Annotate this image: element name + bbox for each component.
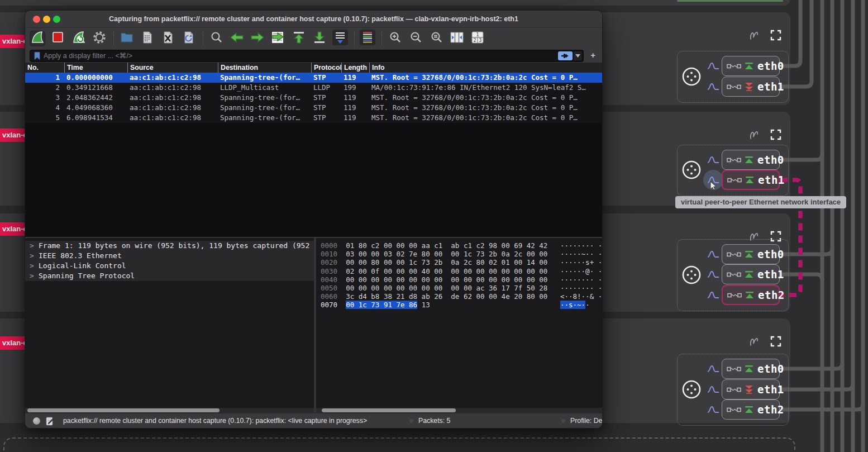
column-header-info[interactable]: Info — [369, 63, 602, 73]
packet-row[interactable]: 32.048362442aa:c1:ab:c1:c2:98Spanning-tr… — [25, 93, 602, 103]
start-capture-stream-button[interactable] — [707, 364, 719, 375]
hex-row[interactable]: 0020 00 00 80 00 00 1c 73 2b 0a 2c 80 02… — [316, 258, 602, 267]
panel-expand-button[interactable] — [770, 336, 781, 349]
zoom-reset-button[interactable] — [428, 31, 444, 46]
fullscreen-icon[interactable] — [770, 129, 781, 140]
container-node[interactable] — [681, 159, 702, 183]
column-header-destination[interactable]: Destination — [218, 63, 311, 73]
capture-squiggle-icon[interactable] — [748, 335, 763, 348]
panel-expand-button[interactable] — [770, 129, 781, 142]
close-file-button[interactable] — [160, 31, 176, 46]
zoom-out-button[interactable] — [408, 31, 423, 46]
interface-pill-eth0[interactable]: eth0 — [722, 56, 780, 76]
capture-squiggle-icon[interactable] — [748, 29, 763, 41]
colorize-button[interactable] — [360, 31, 375, 46]
expand-chevron-icon[interactable]: > — [30, 251, 39, 261]
go-to-packet-button[interactable] — [270, 31, 286, 46]
detail-tree-row[interactable]: >Spanning Tree Protocol — [25, 271, 314, 281]
expand-chevron-icon[interactable]: > — [30, 271, 39, 281]
bytes-hscrollbar-thumb[interactable] — [322, 408, 456, 412]
expert-info-icon[interactable] — [33, 417, 40, 425]
capture-options-button[interactable] — [92, 31, 107, 46]
start-capture-stream-button[interactable] — [707, 385, 719, 396]
details-hscrollbar-thumb[interactable] — [27, 408, 220, 412]
go-forward-button[interactable] — [250, 31, 265, 46]
panel-expand-button[interactable] — [770, 30, 781, 43]
find-packet-button[interactable] — [208, 31, 224, 46]
close-window-button[interactable] — [33, 16, 40, 23]
column-header-length[interactable]: Length — [341, 63, 369, 73]
go-back-button[interactable] — [229, 31, 245, 46]
filter-history-dropdown[interactable] — [574, 51, 581, 60]
start-capture-stream-button[interactable] — [707, 405, 719, 416]
hex-row[interactable]: 0000 01 80 c2 00 00 00 aa c1 ab c1 c2 98… — [316, 241, 602, 250]
display-columns-button[interactable]: 123 — [470, 31, 485, 46]
interface-pill-eth1[interactable]: eth1 — [722, 264, 780, 284]
hex-row[interactable]: 0040 00 00 00 00 00 00 00 00 00 00 00 00… — [316, 275, 602, 284]
minimize-window-button[interactable] — [43, 16, 50, 23]
auto-scroll-button[interactable] — [332, 31, 348, 46]
go-first-button[interactable] — [291, 31, 307, 46]
panel-capture-button[interactable] — [748, 335, 763, 350]
bytes-hscrollbar[interactable] — [316, 408, 602, 413]
packet-row[interactable]: 44.049068360aa:c1:ab:c1:c2:98Spanning-tr… — [25, 103, 602, 113]
container-node[interactable] — [681, 264, 702, 288]
profile-indicator[interactable]: Profile: Default — [570, 413, 603, 429]
expand-chevron-icon[interactable]: > — [30, 241, 39, 251]
interface-pill-eth1[interactable]: eth1 — [722, 77, 780, 97]
interface-pill-eth1[interactable]: eth1 — [722, 379, 780, 399]
wireshark-window[interactable]: Capturing from packetflix:// remote clus… — [25, 10, 603, 429]
interface-pill-eth2[interactable]: eth2 — [722, 285, 780, 305]
start-capture-stream-button[interactable] — [707, 291, 719, 301]
packet-row[interactable]: 10.000000000aa:c1:ab:c1:c2:98Spanning-tr… — [25, 73, 602, 83]
column-header-no[interactable]: No. — [25, 63, 64, 73]
start-capture-stream-button[interactable] — [707, 61, 719, 72]
hex-row[interactable]: 0050 00 00 00 00 00 00 00 00 00 00 ac 36… — [316, 284, 602, 292]
start-capture-button[interactable] — [30, 31, 45, 46]
start-capture-stream-button[interactable] — [707, 82, 719, 93]
start-capture-stream-button[interactable] — [707, 250, 719, 260]
hex-row[interactable]: 0010 03 00 00 03 02 7e 80 00 00 1c 73 2b… — [316, 250, 602, 258]
interface-pill-eth1[interactable]: eth1 — [722, 170, 780, 190]
reload-file-button[interactable] — [181, 31, 197, 46]
display-filter-field[interactable] — [30, 50, 584, 62]
save-file-button[interactable] — [140, 31, 155, 46]
panel-capture-button[interactable] — [748, 129, 763, 143]
packet-row[interactable]: 20.349121668aa:c1:ab:c1:c2:98LLDP_Multic… — [25, 83, 602, 93]
go-last-button[interactable] — [312, 31, 327, 46]
interface-pill-eth0[interactable]: eth0 — [722, 359, 780, 379]
detail-tree-row[interactable]: >Logical-Link Control — [25, 261, 314, 271]
capture-squiggle-icon[interactable] — [748, 129, 763, 141]
restart-capture-button[interactable] — [71, 31, 87, 46]
expand-chevron-icon[interactable]: > — [30, 261, 39, 271]
start-capture-stream-button[interactable] — [707, 270, 719, 280]
details-hscrollbar[interactable] — [25, 408, 314, 413]
filter-bookmark-icon[interactable] — [33, 51, 41, 60]
hex-row[interactable]: 0030 02 00 0f 00 00 00 40 00 00 00 00 00… — [316, 267, 602, 275]
column-header-source[interactable]: Source — [127, 63, 218, 73]
interface-pill-eth0[interactable]: eth0 — [722, 244, 780, 264]
column-header-time[interactable]: Time — [64, 63, 127, 73]
hex-row[interactable]: 0060 3c d4 b8 38 21 d8 ab 26 de 62 00 00… — [316, 292, 602, 301]
add-filter-button[interactable]: + — [590, 50, 595, 60]
capture-comment-icon[interactable] — [45, 417, 54, 426]
zoom-window-button[interactable] — [53, 16, 60, 23]
column-header-protocol[interactable]: Protocol — [311, 63, 341, 73]
fullscreen-icon[interactable] — [770, 30, 781, 41]
packet-row[interactable]: 56.098941534aa:c1:ab:c1:c2:98Spanning-tr… — [25, 113, 602, 123]
interface-pill-eth2[interactable]: eth2 — [722, 399, 780, 420]
window-titlebar[interactable]: Capturing from packetflix:// remote clus… — [25, 11, 602, 28]
display-filter-input[interactable] — [41, 52, 558, 60]
panel-capture-button[interactable] — [748, 29, 763, 44]
apply-filter-button[interactable] — [558, 51, 573, 60]
container-node[interactable] — [681, 66, 702, 89]
hex-row[interactable]: 0070 00 1c 73 91 7e 86 13 ··s·~·· — [316, 301, 602, 309]
open-file-button[interactable] — [119, 31, 135, 46]
fullscreen-icon[interactable] — [770, 336, 781, 347]
detail-tree-row[interactable]: >IEEE 802.3 Ethernet — [25, 251, 314, 261]
start-capture-stream-button[interactable] — [707, 155, 719, 166]
resize-columns-button[interactable] — [449, 31, 465, 46]
stop-capture-button[interactable] — [50, 31, 66, 46]
detail-tree-row[interactable]: >Frame 1: 119 bytes on wire (952 bits), … — [25, 241, 314, 251]
container-node[interactable] — [681, 379, 702, 402]
